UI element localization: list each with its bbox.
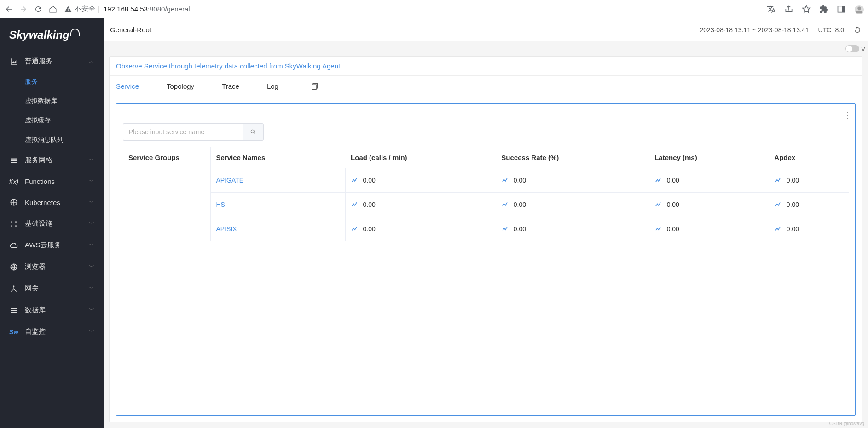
table-row: APISIX0.000.000.000.00: [123, 217, 849, 241]
sparkline-icon: [655, 201, 662, 208]
sidebar-item-self-monitor[interactable]: Sw 自监控 ﹀: [0, 321, 104, 342]
chevron-down-icon: ﹀: [89, 156, 94, 164]
refresh-icon[interactable]: [853, 26, 862, 34]
watermark: CSDN @bostavg: [829, 421, 864, 426]
svg-point-5: [11, 221, 12, 223]
sidebar-item-functions[interactable]: f(x) Functions ﹀: [0, 171, 104, 192]
cell-success: 0.00: [496, 193, 649, 217]
extensions-icon[interactable]: [819, 5, 828, 14]
profile-icon[interactable]: [854, 5, 863, 14]
sidebar-item-kubernetes[interactable]: Kubernetes ﹀: [0, 192, 104, 213]
sidebar-item-label: 浏览器: [25, 263, 82, 271]
breadcrumb: General-Root: [110, 26, 151, 34]
sidebar-item-mesh[interactable]: 服务网格 ﹀: [0, 149, 104, 171]
chevron-down-icon: ﹀: [89, 177, 94, 185]
sidebar-sub-virtual-db[interactable]: 虚拟数据库: [0, 91, 104, 111]
sidebar-sub-virtual-cache[interactable]: 虚拟缓存: [0, 111, 104, 130]
table-panel: ⋮ Service Groups Service Names Load (cal…: [116, 103, 856, 416]
search-button[interactable]: [243, 123, 264, 141]
timezone[interactable]: UTC+8:0: [818, 26, 844, 34]
timerange[interactable]: 2023-08-18 13:11 ~ 2023-08-18 13:41: [700, 26, 809, 34]
service-link[interactable]: APISIX: [216, 225, 237, 233]
tab-log[interactable]: Log: [267, 76, 278, 97]
sparkline-icon: [775, 201, 782, 208]
cell-success: 0.00: [496, 168, 649, 193]
sparkline-icon: [502, 177, 509, 184]
chevron-down-icon: ﹀: [89, 285, 94, 292]
functions-icon: f(x): [9, 178, 18, 185]
cell-latency: 0.00: [649, 193, 769, 217]
sidebar-item-infra[interactable]: 基础设施 ﹀: [0, 213, 104, 234]
sidebar-item-label: 服务网格: [25, 156, 82, 165]
sidebar-item-general[interactable]: 普通服务 ︿: [0, 51, 104, 72]
main-content: General-Root 2023-08-18 13:11 ~ 2023-08-…: [104, 18, 868, 428]
svg-point-7: [11, 225, 12, 227]
sparkline-icon: [775, 177, 782, 184]
col-service-groups: Service Groups: [123, 147, 210, 168]
chevron-down-icon: ﹀: [89, 306, 94, 314]
sparkline-icon: [775, 225, 782, 233]
sparkline-icon: [502, 225, 509, 233]
home-button[interactable]: [49, 5, 57, 13]
sidebar-item-browser[interactable]: 浏览器 ﹀: [0, 256, 104, 278]
col-latency: Latency (ms): [649, 147, 769, 168]
sidebar-item-database[interactable]: 数据库 ﹀: [0, 299, 104, 321]
table-row: HS0.000.000.000.00: [123, 193, 849, 217]
cell-group: [123, 168, 210, 241]
view-toggle[interactable]: [845, 45, 859, 52]
logo: Skywalking: [0, 26, 104, 51]
sidebar-item-label: 自监控: [25, 327, 82, 336]
gateway-icon: [9, 285, 18, 293]
sidebar-item-aws[interactable]: AWS云服务 ﹀: [0, 234, 104, 256]
sidebar-sub-service[interactable]: 服务: [0, 72, 104, 91]
insecure-label: 不安全: [75, 5, 95, 13]
service-link[interactable]: HS: [216, 201, 225, 208]
service-link[interactable]: APIGATE: [216, 177, 244, 184]
cell-apdex: 0.00: [769, 217, 849, 241]
cell-service-name: APISIX: [210, 217, 345, 241]
chevron-down-icon: ﹀: [89, 199, 94, 206]
chevron-down-icon: ﹀: [89, 241, 94, 249]
more-icon[interactable]: ⋮: [843, 110, 851, 120]
sidebar-sub-virtual-mq[interactable]: 虚拟消息队列: [0, 130, 104, 149]
sidebar: Skywalking 普通服务 ︿ 服务 虚拟数据库 虚拟缓存 虚拟消息队列 服…: [0, 18, 104, 428]
sidebar-item-label: 基础设施: [25, 219, 82, 228]
cell-success: 0.00: [496, 217, 649, 241]
col-success: Success Rate (%): [496, 147, 649, 168]
address-bar[interactable]: 不安全 | 192.168.54.53:8080/general: [64, 5, 759, 13]
topbar: General-Root 2023-08-18 13:11 ~ 2023-08-…: [104, 18, 868, 41]
chevron-down-icon: ﹀: [89, 328, 94, 336]
reload-button[interactable]: [34, 5, 42, 13]
sidebar-item-label: 普通服务: [25, 57, 82, 66]
sparkline-icon: [351, 177, 359, 184]
browser-toolbar: 不安全 | 192.168.54.53:8080/general: [0, 0, 868, 18]
svg-point-6: [15, 221, 17, 223]
translate-icon[interactable]: [767, 5, 776, 14]
forward-button[interactable]: [19, 5, 28, 13]
svg-rect-14: [312, 85, 316, 90]
tab-trace[interactable]: Trace: [222, 76, 239, 97]
cell-load: 0.00: [345, 193, 496, 217]
col-load: Load (calls / min): [345, 147, 496, 168]
tab-topology[interactable]: Topology: [167, 76, 194, 97]
sparkline-icon: [351, 225, 359, 233]
content-card: Observe Service through telemetry data c…: [109, 56, 862, 422]
database-icon: [9, 306, 18, 314]
copy-icon[interactable]: [311, 82, 319, 91]
tabs: Service Topology Trace Log: [110, 76, 862, 97]
search-input[interactable]: [123, 123, 243, 141]
star-icon[interactable]: [802, 5, 811, 14]
cell-service-name: APIGATE: [210, 168, 345, 193]
tab-service[interactable]: Service: [116, 76, 139, 97]
share-icon[interactable]: [784, 5, 793, 14]
sparkline-icon: [351, 201, 359, 208]
service-table: Service Groups Service Names Load (calls…: [123, 147, 849, 241]
sidebar-item-label: 网关: [25, 284, 82, 293]
sidebar-item-gateway[interactable]: 网关 ﹀: [0, 278, 104, 299]
back-button[interactable]: [5, 5, 13, 13]
sidebar-item-label: AWS云服务: [25, 241, 82, 250]
chevron-down-icon: ﹀: [89, 263, 94, 271]
mesh-icon: [9, 156, 18, 165]
cell-latency: 0.00: [649, 217, 769, 241]
sidepanel-icon[interactable]: [837, 5, 846, 14]
